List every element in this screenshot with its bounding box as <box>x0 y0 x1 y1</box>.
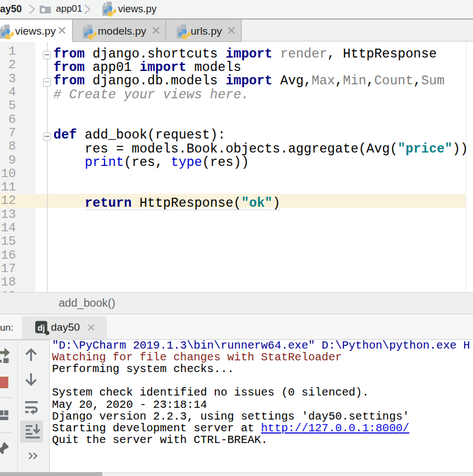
svg-text:dj: dj <box>37 323 45 332</box>
